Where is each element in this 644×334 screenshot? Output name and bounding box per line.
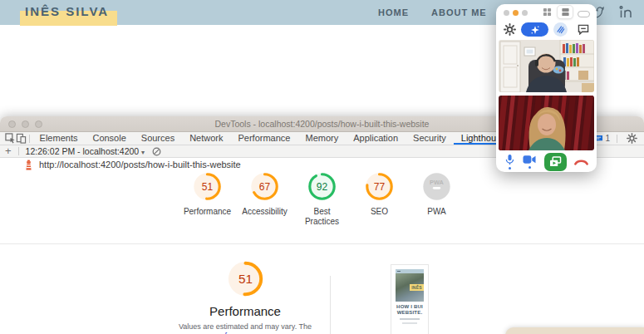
video-call-window bbox=[496, 4, 597, 172]
grid-layout-icon[interactable] bbox=[539, 6, 554, 18]
performance-detail-section: 51 Performance Values are estimated and … bbox=[169, 259, 322, 334]
divider bbox=[617, 135, 617, 143]
nav-item-home[interactable]: HOME bbox=[378, 7, 409, 17]
chat-icon[interactable] bbox=[578, 24, 589, 35]
divider bbox=[330, 276, 331, 334]
call-toolbar bbox=[496, 21, 597, 37]
tab-console[interactable]: Console bbox=[85, 132, 133, 145]
score-label: Performance bbox=[184, 207, 231, 217]
linkedin-icon[interactable] bbox=[619, 0, 633, 25]
divider bbox=[0, 243, 644, 244]
call-controls bbox=[496, 150, 597, 173]
screen: INÊS SILVA HOME ABOUT ME BLOG DevTools -… bbox=[0, 0, 644, 334]
lighthouse-logo-icon bbox=[24, 160, 33, 170]
tab-performance[interactable]: Performance bbox=[231, 132, 298, 145]
thumbnail-text-line bbox=[400, 318, 420, 320]
thumbnail-hero-photo: INÊS bbox=[396, 273, 424, 302]
score-label: Best Practices bbox=[300, 207, 345, 227]
report-session-label: 12:26:02 PM - localhost:4200 bbox=[26, 146, 140, 156]
microphone-icon[interactable] bbox=[504, 154, 515, 169]
layout-toggle-group bbox=[539, 6, 573, 18]
new-report-button[interactable]: + bbox=[5, 146, 12, 156]
divider bbox=[18, 147, 19, 155]
score-label: PWA bbox=[427, 207, 445, 217]
svg-text:51: 51 bbox=[202, 181, 214, 193]
page-screenshot-thumbnail: INÊS HOW I BUI WEBSITE. bbox=[391, 264, 429, 334]
minimize-pill-icon[interactable] bbox=[578, 11, 590, 17]
logo-text: INÊS SILVA bbox=[25, 4, 109, 18]
tab-sources[interactable]: Sources bbox=[134, 132, 182, 145]
score-pwa[interactable]: PWA PWA bbox=[415, 171, 460, 227]
devtools-settings-gear-icon[interactable] bbox=[624, 132, 639, 145]
tab-security[interactable]: Security bbox=[406, 132, 454, 145]
settings-gear-icon[interactable] bbox=[504, 23, 516, 36]
screen-share-icon[interactable] bbox=[544, 153, 567, 171]
thumbnail-post-title: HOW I BUI WEBSITE. bbox=[396, 304, 424, 316]
score-label: Accessibility bbox=[242, 207, 287, 217]
score-performance[interactable]: 51 Performance bbox=[185, 171, 230, 227]
thumbnail-content: INÊS HOW I BUI WEBSITE. bbox=[396, 269, 424, 331]
svg-text:92: 92 bbox=[317, 181, 328, 193]
stack-layout-icon[interactable] bbox=[558, 6, 573, 18]
mic-options-dot[interactable] bbox=[509, 167, 511, 169]
issues-count: 1 bbox=[605, 134, 610, 143]
call-titlebar[interactable] bbox=[496, 4, 597, 21]
hang-up-icon[interactable] bbox=[574, 158, 588, 165]
background-window-corner bbox=[505, 327, 644, 334]
tab-application[interactable]: Application bbox=[346, 132, 406, 145]
thumbnail-text-line bbox=[402, 322, 417, 324]
call-traffic-lights[interactable] bbox=[504, 10, 528, 16]
svg-text:51: 51 bbox=[238, 272, 253, 286]
thumbnail-logo-chip: INÊS bbox=[410, 284, 424, 291]
score-accessibility[interactable]: 67 Accessibility bbox=[243, 171, 288, 227]
svg-text:PWA: PWA bbox=[430, 179, 444, 186]
lighthouse-score-summary: 51 Performance 67 Accessibility 92 Best … bbox=[185, 171, 460, 227]
svg-text:67: 67 bbox=[259, 181, 271, 193]
camera-options-dot[interactable] bbox=[528, 166, 531, 169]
minimize-icon[interactable] bbox=[513, 10, 519, 16]
camera-icon[interactable] bbox=[523, 155, 536, 169]
site-logo[interactable]: INÊS SILVA bbox=[25, 4, 109, 19]
device-toolbar-icon[interactable] bbox=[16, 132, 27, 145]
report-session-dropdown[interactable]: 12:26:02 PM - localhost:4200 ▾ bbox=[26, 146, 145, 156]
divider bbox=[29, 135, 30, 143]
close-icon[interactable] bbox=[504, 10, 509, 16]
section-title: Performance bbox=[169, 304, 322, 318]
maximize-icon[interactable] bbox=[522, 10, 528, 16]
reactions-icon[interactable] bbox=[553, 22, 568, 37]
nav-item-about-me[interactable]: ABOUT ME bbox=[431, 7, 487, 17]
svg-text:77: 77 bbox=[374, 181, 386, 193]
report-url: http://localhost:4200/posts/how-i-built-… bbox=[39, 160, 241, 169]
score-seo[interactable]: 77 SEO bbox=[357, 171, 402, 227]
score-label: SEO bbox=[371, 207, 388, 217]
self-participant-video[interactable] bbox=[499, 96, 594, 150]
note-text: Values are estimated and may vary. The bbox=[179, 322, 312, 331]
score-best-practices[interactable]: 92 Best Practices bbox=[300, 171, 345, 227]
tab-memory[interactable]: Memory bbox=[297, 132, 346, 145]
tab-network[interactable]: Network bbox=[182, 132, 230, 145]
remote-participant-video[interactable] bbox=[499, 40, 594, 92]
performance-gauge: 51 bbox=[226, 259, 265, 298]
tab-elements[interactable]: Elements bbox=[32, 132, 86, 145]
inspect-element-icon[interactable] bbox=[5, 132, 16, 145]
chevron-down-icon: ▾ bbox=[141, 149, 145, 156]
clear-reports-icon[interactable] bbox=[149, 145, 164, 158]
effects-icon[interactable] bbox=[521, 22, 548, 37]
detail-note: Values are estimated and may vary. The p… bbox=[169, 322, 322, 334]
